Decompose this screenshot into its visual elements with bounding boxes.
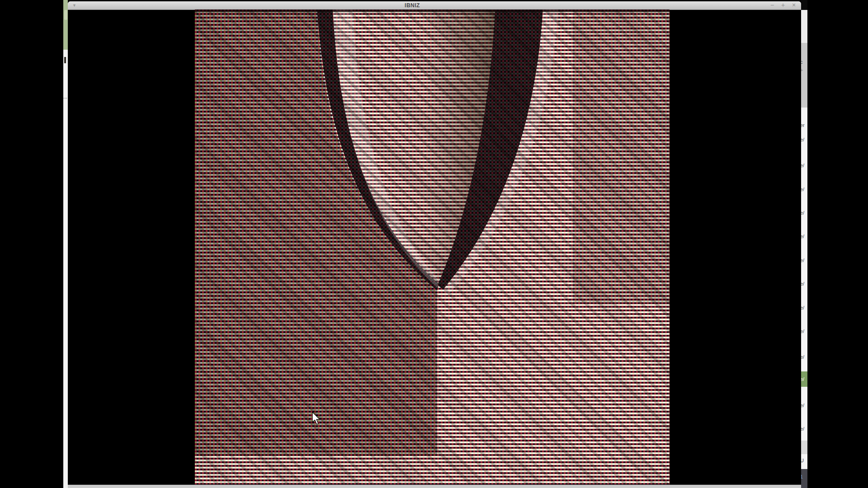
diagonal-texture-coarse (195, 9, 670, 484)
right-sliver-item[interactable]: e/ (801, 353, 807, 361)
right-sliver-segment (801, 43, 807, 108)
right-sliver-segment (801, 10, 807, 43)
right-sliver-item[interactable]: e/ (801, 304, 807, 312)
dither-pattern-svg (195, 9, 670, 484)
close-button[interactable]: × (789, 1, 798, 9)
mouse-cursor-icon (312, 412, 320, 425)
right-sliver-item[interactable]: U (801, 456, 807, 465)
right-sliver-item[interactable]: e/ (801, 232, 807, 240)
window-resize-edge[interactable] (68, 484, 801, 488)
minimize-button[interactable]: − (768, 1, 777, 9)
right-sliver-item[interactable]: e/ (801, 136, 807, 144)
right-sliver-item[interactable]: 1 (801, 473, 807, 481)
title-bar[interactable]: ▼ IBNIZ − + × (68, 1, 801, 10)
left-sliver-button-edge (64, 10, 67, 20)
right-sliver-item[interactable]: er (801, 121, 807, 129)
maximize-button[interactable]: + (778, 1, 788, 9)
right-sliver-item[interactable]: e/ (801, 327, 807, 335)
right-sliver-item[interactable]: c (801, 58, 807, 66)
right-sliver-selected-item[interactable]: e/ (801, 371, 807, 387)
right-sliver-segment (801, 108, 807, 441)
right-sliver-item[interactable]: e/ (801, 401, 807, 409)
background-window-right-sliver[interactable]: c+ere/e/e/e/e/e/e/e/e/e/e/e/e/U1 (801, 0, 807, 488)
left-sliver-text-mark (64, 57, 66, 63)
right-sliver-item[interactable]: e/ (801, 185, 807, 193)
left-sliver-green-header (63, 0, 68, 50)
right-sliver-item[interactable]: e/ (801, 256, 807, 264)
background-window-left-sliver[interactable] (63, 0, 68, 488)
right-sliver-item[interactable]: e/ (801, 425, 807, 433)
window-title: IBNIZ (68, 2, 757, 9)
left-sliver-dots (64, 98, 67, 99)
ibniz-video-canvas[interactable] (195, 9, 670, 484)
right-sliver-segment (801, 441, 807, 454)
right-sliver-item[interactable]: e/ (801, 280, 807, 288)
right-sliver-item[interactable]: e/ (801, 161, 807, 169)
right-sliver-item[interactable]: e/ (801, 209, 807, 217)
right-sliver-item[interactable]: + (801, 66, 807, 74)
